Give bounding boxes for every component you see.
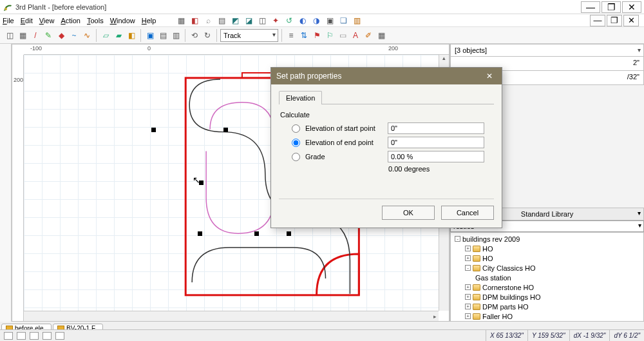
tree-node[interactable]: +HO — [452, 244, 642, 253]
menu-tools[interactable]: Tools — [87, 17, 104, 24]
input-start[interactable]: 0" — [388, 122, 484, 134]
expander-icon[interactable]: + — [465, 294, 471, 300]
expander-icon[interactable]: - — [455, 236, 460, 242]
expander-icon[interactable]: + — [465, 304, 471, 309]
tree-node[interactable]: +Faller HO — [452, 311, 642, 321]
tool-icon-14[interactable]: ▥ — [351, 15, 363, 26]
folder-icon — [473, 313, 480, 320]
tb2-icon-23[interactable]: ▦ — [375, 30, 387, 41]
tb2-icon-14[interactable]: ⟲ — [189, 30, 200, 41]
status-icon[interactable] — [43, 332, 52, 340]
tree-node[interactable]: -City Classics HO — [452, 263, 642, 273]
status-icon[interactable] — [17, 332, 26, 340]
selection-handle[interactable] — [254, 231, 259, 236]
selection-handle[interactable] — [151, 128, 156, 132]
track-dropdown[interactable]: Track — [220, 29, 278, 42]
tree-node[interactable]: +Cornerstone HO — [452, 282, 642, 292]
menu-window[interactable]: Window — [110, 17, 135, 24]
maximize-button[interactable]: ❐ — [601, 1, 621, 13]
tb2-icon-22[interactable]: ✐ — [363, 30, 374, 41]
tree-node[interactable]: +HO — [452, 253, 642, 263]
menu-help[interactable]: Help — [142, 17, 156, 24]
mdi-close[interactable]: ✕ — [623, 15, 639, 26]
radio-end[interactable] — [292, 139, 300, 147]
tb2-icon-15[interactable]: ↻ — [202, 30, 213, 41]
tb2-icon-12[interactable]: ▤ — [157, 30, 169, 41]
expander-icon[interactable]: + — [465, 246, 471, 251]
tool-icon-7[interactable]: ◫ — [256, 15, 268, 26]
mdi-minimize[interactable]: — — [590, 15, 605, 26]
radio-grade[interactable] — [292, 153, 300, 161]
tb2-icon-19[interactable]: ⚐ — [324, 30, 336, 41]
tb2-icon-9[interactable]: ▰ — [113, 30, 124, 41]
tool-icon-2[interactable]: ◧ — [189, 15, 200, 26]
label-grade: Grade — [305, 153, 383, 161]
tool-icon-5[interactable]: ◩ — [229, 15, 241, 26]
tool-icon-3[interactable]: ⌕ — [202, 15, 214, 26]
expander-icon[interactable]: - — [465, 265, 471, 271]
cancel-button[interactable]: Cancel — [441, 206, 494, 220]
tb2-icon-16[interactable]: ≡ — [285, 30, 297, 41]
tool-icon-11[interactable]: ◑ — [310, 15, 322, 26]
tool-icon-1[interactable]: ▦ — [175, 15, 187, 26]
mdi-restore[interactable]: ❐ — [607, 15, 622, 26]
expander-icon[interactable]: + — [465, 255, 471, 261]
tb2-icon-11[interactable]: ▣ — [144, 30, 156, 41]
radio-start[interactable] — [292, 124, 300, 133]
tb2-icon-8[interactable]: ▱ — [100, 30, 111, 41]
tb2-icon-18[interactable]: ⚑ — [311, 30, 323, 41]
status-icon[interactable] — [4, 332, 13, 340]
close-button[interactable]: ✕ — [622, 1, 641, 13]
tb2-icon-10[interactable]: ◧ — [126, 30, 137, 41]
ruler-v-label: 200 — [14, 77, 23, 83]
dialog-close-icon[interactable]: ✕ — [482, 72, 497, 81]
folder-icon — [473, 284, 480, 291]
tb2-icon-21[interactable]: A — [350, 30, 361, 41]
tb2-icon-6[interactable]: ~ — [68, 30, 80, 41]
menu-file[interactable]: File — [3, 17, 14, 24]
tool-icon-9[interactable]: ↺ — [283, 15, 295, 26]
tab-elevation[interactable]: Elevation — [279, 91, 322, 104]
status-icon[interactable] — [30, 332, 39, 340]
lib-dropdown-icon[interactable]: ▾ — [638, 209, 641, 217]
expander-icon[interactable]: + — [465, 284, 471, 290]
selection-handle[interactable] — [287, 231, 291, 236]
selection-handle[interactable] — [199, 180, 204, 185]
tb2-icon-2[interactable]: ▦ — [17, 30, 28, 41]
minimize-button[interactable]: — — [581, 1, 600, 13]
tb2-icon-7[interactable]: ∿ — [81, 30, 93, 41]
ok-button[interactable]: OK — [382, 206, 435, 220]
tool-icon-10[interactable]: ◐ — [297, 15, 308, 26]
menu-action[interactable]: Action — [61, 17, 80, 24]
tb2-icon-17[interactable]: ⇅ — [298, 30, 310, 41]
selection-handle[interactable] — [198, 231, 202, 236]
input-grade[interactable]: 0.00 % — [388, 151, 484, 162]
dialog-title-bar[interactable]: Set path properties ✕ — [271, 68, 502, 84]
dialog-title-text: Set path properties — [276, 72, 341, 81]
tb2-icon-3[interactable]: / — [30, 30, 41, 41]
tb2-icon-20[interactable]: ▭ — [337, 30, 348, 41]
tool-icon-6[interactable]: ◪ — [243, 15, 254, 26]
tool-icon-8[interactable]: ✦ — [270, 15, 281, 26]
tool-icon-4[interactable]: ▤ — [216, 15, 227, 26]
expander-icon[interactable]: + — [465, 313, 471, 319]
tree-node[interactable]: -buildings rev 2009 — [452, 234, 642, 244]
tool-icon-13[interactable]: ❏ — [337, 15, 349, 26]
tb2-icon-13[interactable]: ▥ — [170, 30, 182, 41]
library-tree[interactable]: -buildings rev 2009+HO+HO-City Classics … — [450, 232, 644, 322]
tb2-icon-1[interactable]: ◫ — [4, 30, 15, 41]
tb2-icon-5[interactable]: ◆ — [55, 30, 67, 41]
tb2-icon-4[interactable]: ✎ — [43, 30, 54, 41]
menu-view[interactable]: View — [39, 17, 55, 24]
tool-icon-12[interactable]: ▣ — [324, 15, 336, 26]
tree-node[interactable]: +DPM buildings HO — [452, 292, 642, 302]
tree-node[interactable]: +Faller HO 3D — [452, 321, 642, 322]
tree-node[interactable]: +DPM parts HO — [452, 302, 642, 311]
canvas-scroll-horizontal[interactable] — [24, 311, 439, 321]
menu-edit[interactable]: Edit — [21, 17, 33, 24]
input-end[interactable]: 0" — [388, 137, 484, 148]
status-icon[interactable] — [55, 332, 64, 340]
tree-node[interactable]: Gas station — [452, 273, 642, 282]
objects-header[interactable]: [3 objects] — [450, 44, 644, 57]
selection-handle[interactable] — [223, 128, 228, 132]
